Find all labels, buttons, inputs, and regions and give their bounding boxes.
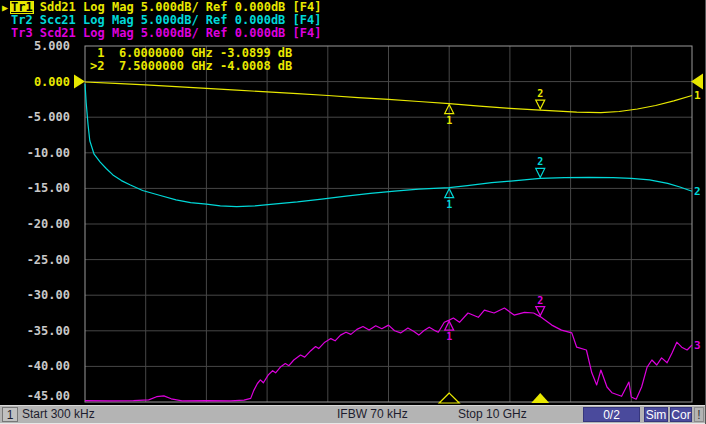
marker-1-number: 1 — [446, 199, 452, 210]
y-tick-label: -10.00 — [0, 147, 70, 159]
status-alert-icon[interactable]: ! — [694, 407, 704, 422]
trace-id-tr3[interactable]: Tr3 — [10, 27, 34, 40]
marker-readout-line-2: >2 7.5000000 GHz -4.0008 dB — [90, 60, 292, 73]
ref-level-right-icon[interactable] — [691, 74, 703, 90]
trace-settings-label-tr3: Scd21 Log Mag 5.000dB/ Ref 0.000dB [F4] — [40, 27, 322, 40]
ref-level-left-icon[interactable] — [74, 75, 85, 89]
trace-end-label-2: 2 — [694, 185, 701, 198]
marker-2-number: 2 — [537, 156, 543, 167]
marker-2-number: 2 — [537, 88, 543, 99]
y-tick-label: -20.00 — [0, 218, 70, 230]
status-badge-cor[interactable]: Cor — [670, 407, 692, 422]
sweep-start-label[interactable]: Start 300 kHz — [22, 407, 95, 422]
ifbw-label[interactable]: IFBW 70 kHz — [337, 407, 408, 422]
marker-readout: 1 6.0000000 GHz -3.0899 dB >2 7.5000000 … — [90, 47, 292, 73]
sweep-stop-label[interactable]: Stop 10 GHz — [458, 407, 527, 422]
y-tick-label: -5.000 — [0, 111, 70, 123]
y-tick-label: 5.000 — [0, 40, 70, 52]
y-tick-label: -40.00 — [0, 360, 70, 372]
marker-1-stimulus-indicator[interactable] — [439, 393, 459, 403]
status-bar: 1 Start 300 kHz IFBW 70 kHz Stop 10 GHz … — [0, 405, 706, 424]
y-tick-label: -35.00 — [0, 325, 70, 337]
active-trace-arrow-icon: ▶ — [2, 1, 10, 14]
marker-1-number: 1 — [446, 331, 452, 342]
y-tick-label: -30.00 — [0, 289, 70, 301]
marker-2-number: 2 — [537, 295, 543, 306]
marker-2-glyph[interactable] — [536, 168, 545, 177]
status-badge-sim[interactable]: Sim — [644, 407, 668, 422]
marker-2-glyph[interactable] — [536, 307, 545, 316]
y-tick-label: -15.00 — [0, 182, 70, 194]
marker-2-glyph[interactable] — [536, 100, 545, 109]
marker-1-number: 1 — [446, 115, 452, 126]
trace-end-label-3: 3 — [694, 339, 701, 352]
y-tick-label: -25.00 — [0, 254, 70, 266]
vna-screen: ▶ Tr1 Sdd21 Log Mag 5.000dB/ Ref 0.000dB… — [0, 0, 706, 424]
y-tick-label: -45.00 — [0, 390, 70, 402]
trace-header: ▶ Tr1 Sdd21 Log Mag 5.000dB/ Ref 0.000dB… — [2, 1, 321, 40]
channel-indicator[interactable]: 1 — [2, 407, 18, 422]
marker-2-stimulus-indicator[interactable] — [531, 393, 549, 403]
trace-end-label-1: 1 — [694, 89, 701, 102]
status-badge-count[interactable]: 0/2 — [583, 407, 640, 422]
y-tick-label: 0.000 — [0, 76, 70, 88]
